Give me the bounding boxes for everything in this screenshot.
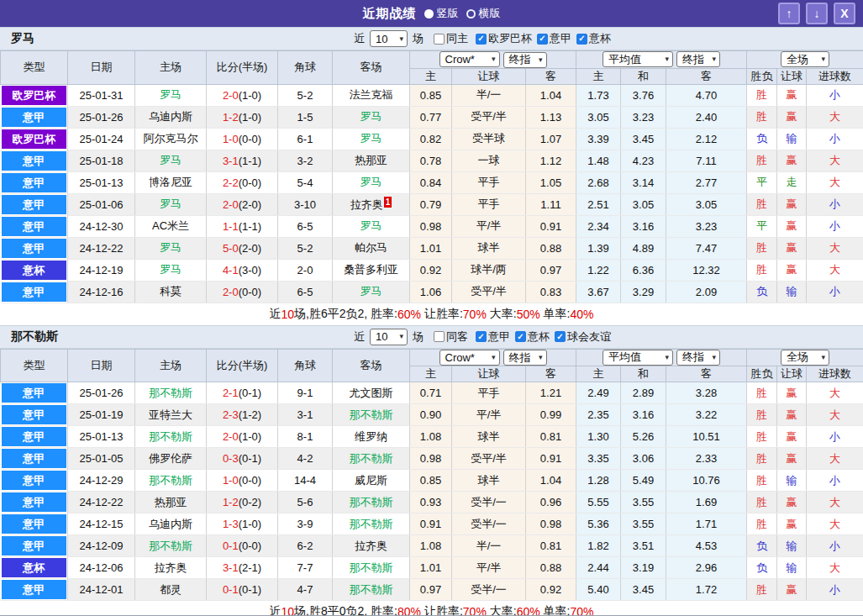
league-filter-label: 欧罗巴杯: [488, 31, 532, 46]
away-odds: 0.81: [526, 426, 576, 448]
avg-time-select[interactable]: 终指▾: [676, 51, 720, 67]
period-select[interactable]: 全场▾: [781, 350, 829, 366]
result-handicap: 赢: [777, 259, 807, 281]
league-filter[interactable]: ✓意甲: [476, 329, 510, 345]
avg-time-select[interactable]: 终指▾: [676, 350, 720, 366]
league-filter[interactable]: ✓欧罗巴杯: [476, 31, 532, 46]
layout-option-vertical[interactable]: 竖版: [424, 6, 459, 21]
result-outcome: 胜: [747, 150, 777, 171]
home-team-cell: 罗马: [135, 237, 207, 259]
full-time-score: 1-2: [223, 111, 239, 124]
league-filter-label: 意杯: [528, 329, 550, 345]
match-count-select[interactable]: 10▾: [370, 30, 408, 47]
league-type-cell: 意甲: [1, 237, 68, 259]
same-venue-filter[interactable]: 同主: [434, 31, 468, 46]
result-outcome: 胜: [747, 237, 777, 259]
bookmaker-select[interactable]: Crow*▾: [439, 350, 500, 366]
result-outcome: 胜: [747, 513, 777, 535]
score-cell: 0-1(0-1): [207, 579, 278, 601]
away-team-name: 那不勒斯: [350, 452, 393, 465]
handicap-line: 受半/一: [452, 513, 526, 535]
corners: 5-4: [278, 171, 333, 193]
score-cell: 1-3(1-0): [207, 513, 278, 535]
score-cell: 1-2(1-0): [207, 106, 278, 128]
league-badge: 意甲: [2, 514, 67, 534]
result-goals: 小: [807, 426, 863, 448]
avg-home-odds: 2.49: [576, 382, 621, 404]
odds-time-select[interactable]: 终指▾: [503, 350, 547, 366]
avg-home-odds: 1.82: [576, 535, 621, 557]
corners: 5-2: [278, 84, 333, 106]
sub-header-outcome: 胜负: [747, 68, 777, 84]
same-venue-filter[interactable]: 同客: [434, 329, 468, 345]
checkbox-checked-icon[interactable]: ✓: [476, 331, 487, 342]
away-odds: 0.91: [526, 448, 576, 470]
result-goals: 大: [807, 448, 863, 470]
home-team-cell: 阿尔克马尔: [135, 128, 207, 150]
match-count-select[interactable]: 10▾: [370, 329, 408, 345]
handicap-line: 平手: [452, 382, 526, 404]
bookmaker-select[interactable]: Crow*▾: [439, 51, 500, 67]
league-badge: 意甲: [2, 383, 67, 403]
sub-header-goals: 进球数: [807, 366, 863, 382]
average-select[interactable]: 平均值▾: [603, 350, 673, 366]
handicap-line: 半/一: [452, 535, 526, 557]
result-handicap: 赢: [777, 382, 807, 404]
checkbox-checked-icon[interactable]: ✓: [576, 34, 587, 45]
checkbox-unchecked-icon[interactable]: [434, 331, 445, 342]
move-up-button[interactable]: ↑: [778, 3, 800, 24]
radio-selected-icon[interactable]: [424, 9, 434, 18]
period-select[interactable]: 全场▾: [781, 51, 829, 67]
avg-draw-odds: 3.76: [621, 84, 666, 106]
home-odds: 0.92: [410, 259, 452, 281]
corners: 6-5: [278, 215, 333, 237]
avg-home-odds: 2.68: [576, 171, 621, 193]
match-row: 意杯24-12-19罗马4-1(3-0)2-0桑普多利亚0.92球半/两0.97…: [1, 259, 863, 281]
half-time-score: (1-1): [239, 220, 261, 233]
section-napoli: 那不勒斯 近 10▾ 场 同客 ✓意甲✓意杯✓球会友谊: [0, 325, 863, 616]
close-button[interactable]: X: [834, 3, 855, 24]
score-cell: 2-0(1-0): [207, 426, 278, 448]
avg-draw-odds: 6.36: [621, 259, 666, 281]
checkbox-checked-icon[interactable]: ✓: [515, 331, 526, 342]
home-odds: 0.98: [410, 215, 452, 237]
half-time-score: (2-0): [239, 198, 261, 211]
corners: 4-2: [278, 448, 333, 470]
checkbox-checked-icon[interactable]: ✓: [537, 34, 548, 45]
handicap-line: 受半球: [452, 128, 526, 150]
league-type-cell: 意甲: [1, 579, 68, 601]
result-handicap: 赢: [777, 448, 807, 470]
result-handicap: 赢: [777, 215, 807, 237]
league-filter[interactable]: ✓球会友谊: [555, 329, 611, 345]
odds-time-select[interactable]: 终指▾: [503, 52, 547, 68]
corners: 7-7: [278, 557, 333, 579]
radio-unselected-icon[interactable]: [466, 9, 476, 18]
average-select[interactable]: 平均值▾: [603, 51, 673, 67]
checkbox-checked-icon[interactable]: ✓: [476, 34, 487, 45]
avg-home-odds: 3.39: [576, 128, 621, 150]
result-goals: 小: [807, 128, 863, 150]
move-down-button[interactable]: ↓: [806, 3, 828, 24]
checkbox-checked-icon[interactable]: ✓: [555, 331, 566, 342]
checkbox-unchecked-icon[interactable]: [434, 34, 445, 45]
layout-option-horizontal[interactable]: 横版: [466, 6, 501, 21]
avg-away-odds: 3.28: [666, 382, 747, 404]
corners: 5-6: [278, 492, 333, 513]
avg-draw-odds: 5.49: [621, 470, 666, 492]
league-filter[interactable]: ✓意杯: [576, 31, 611, 46]
avg-away-odds: 1.69: [666, 492, 747, 513]
chevron-down-icon: ▾: [712, 354, 716, 361]
avg-away-odds: 2.96: [666, 557, 747, 579]
chevron-down-icon: ▾: [712, 55, 716, 63]
home-team-cell: 那不勒斯: [135, 426, 207, 448]
league-filter[interactable]: ✓意甲: [537, 31, 571, 46]
match-row: 意甲24-12-01都灵0-1(0-1)4-7那不勒斯0.97受半/一0.925…: [1, 579, 863, 601]
sub-header-avg-draw: 和: [621, 68, 666, 84]
result-goals: 小: [807, 215, 863, 237]
league-badge: 意甲: [2, 195, 67, 214]
score-cell: 2-3(1-2): [207, 404, 278, 426]
league-badge: 意甲: [2, 427, 67, 446]
away-odds: 0.81: [526, 535, 576, 557]
chevron-down-icon: ▾: [822, 354, 826, 361]
league-filter[interactable]: ✓意杯: [515, 329, 550, 345]
